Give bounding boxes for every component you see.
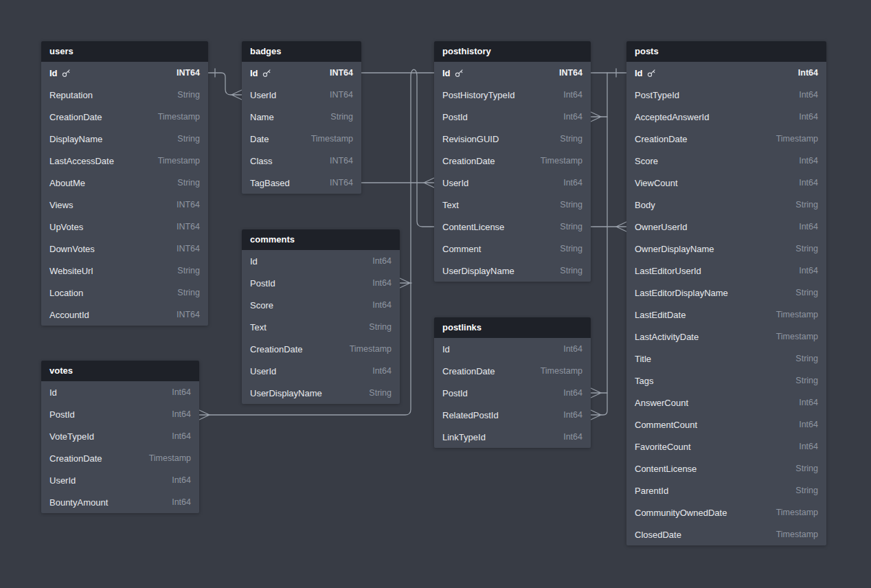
field-row-posts-OwnerDisplayName: OwnerDisplayNameString: [626, 238, 826, 260]
field-type: String: [330, 112, 353, 122]
field-row-posts-AcceptedAnswerId: AcceptedAnswerIdInt64: [626, 106, 826, 128]
field-row-posthistory-Id: IdINT64: [434, 62, 591, 84]
field-row-users-Reputation: ReputationString: [41, 84, 208, 106]
field-name: LastActivityDate: [635, 332, 699, 342]
field-type: Int64: [172, 387, 191, 397]
field-name: ClosedDate: [635, 530, 681, 540]
field-row-posthistory-UserId: UserIdInt64: [434, 172, 591, 194]
field-name: Class: [250, 156, 273, 166]
field-type: String: [177, 288, 200, 297]
field-type: Int64: [799, 178, 818, 188]
field-name: PostId: [442, 112, 468, 122]
table-header-comments[interactable]: comments: [242, 229, 400, 250]
table-postlinks[interactable]: postlinksIdInt64CreationDateTimestampPos…: [434, 317, 591, 448]
field-type: Timestamp: [158, 156, 200, 166]
field-name: UserId: [250, 90, 276, 100]
primary-key-icon: [455, 69, 464, 78]
field-row-comments-Text: TextString: [242, 316, 400, 338]
primary-key-icon: [62, 69, 71, 78]
field-type: Int64: [563, 388, 582, 398]
field-name: Body: [635, 200, 655, 210]
field-type: String: [795, 486, 818, 495]
field-name: Views: [49, 200, 73, 210]
field-name: Id: [49, 387, 57, 398]
field-type: INT64: [330, 68, 353, 78]
field-name: Name: [250, 112, 274, 122]
field-name: AboutMe: [49, 178, 85, 188]
field-name: RelatedPostId: [442, 410, 499, 420]
field-name: Title: [635, 354, 651, 364]
table-header-votes[interactable]: votes: [41, 361, 199, 381]
field-name: RevisionGUID: [442, 134, 499, 144]
field-type: Int64: [172, 497, 191, 507]
field-row-posts-ViewCount: ViewCountInt64: [626, 172, 826, 194]
field-type: String: [795, 244, 818, 253]
table-badges[interactable]: badgesIdINT64UserIdINT64NameStringDateTi…: [242, 41, 361, 194]
field-type: Int64: [372, 278, 392, 288]
field-type: String: [177, 134, 200, 144]
table-comments[interactable]: commentsIdInt64PostIdInt64ScoreInt64Text…: [242, 229, 400, 404]
field-name: LastEditorDisplayName: [635, 288, 728, 298]
field-name: PostId: [250, 278, 275, 289]
field-row-posthistory-CreationDate: CreationDateTimestamp: [434, 150, 591, 172]
field-name: LastEditDate: [635, 310, 686, 320]
field-type: String: [795, 288, 818, 297]
primary-key-icon: [647, 69, 656, 78]
field-type: String: [369, 388, 392, 398]
connector-posts-id-hub-to-posthistory-and-postlinks: [601, 73, 607, 415]
table-header-posts[interactable]: posts: [626, 41, 826, 62]
field-row-votes-VoteTypeId: VoteTypeIdInt64: [41, 425, 199, 447]
field-type: INT64: [177, 244, 200, 253]
field-row-votes-Id: IdInt64: [41, 381, 199, 403]
table-header-posthistory[interactable]: posthistory: [434, 41, 591, 62]
field-name: PostId: [442, 388, 468, 398]
field-name: CreationDate: [250, 344, 303, 354]
table-header-badges[interactable]: badges: [242, 41, 361, 62]
primary-key-icon: [262, 69, 271, 78]
table-header-users[interactable]: users: [41, 41, 208, 62]
table-posthistory[interactable]: posthistoryIdINT64PostHistoryTypeIdInt64…: [434, 41, 591, 282]
field-type: Timestamp: [776, 134, 818, 144]
field-type: Int64: [799, 222, 818, 231]
field-row-posts-OwnerUserId: OwnerUserIdInt64: [626, 216, 826, 238]
table-votes[interactable]: votesIdInt64PostIdInt64VoteTypeIdInt64Cr…: [41, 361, 199, 513]
field-row-users-LastAccessDate: LastAccessDateTimestamp: [41, 150, 208, 172]
field-type: Int64: [799, 266, 818, 275]
field-name: CommunityOwnedDate: [635, 508, 727, 518]
field-row-posts-FavoriteCount: FavoriteCountInt64: [626, 436, 826, 457]
field-row-posts-LastEditorUserId: LastEditorUserIdInt64: [626, 260, 826, 282]
field-type: Int64: [372, 300, 392, 310]
field-type: Int64: [172, 409, 191, 419]
field-type: Timestamp: [158, 112, 200, 122]
field-type: String: [795, 376, 818, 385]
field-row-badges-Id: IdINT64: [242, 62, 361, 84]
field-name: PostId: [49, 409, 75, 420]
field-name: CreationDate: [442, 156, 495, 166]
field-name: CreationDate: [635, 134, 688, 144]
field-name: Id: [250, 256, 258, 267]
field-type: Int64: [172, 475, 191, 485]
connector-votes-comments-hairpin-to-posts-owneruserid: [199, 410, 210, 420]
table-posts[interactable]: postsIdInt64PostTypeIdInt64AcceptedAnswe…: [626, 41, 826, 545]
field-name: Date: [250, 134, 269, 144]
field-type: INT64: [330, 178, 353, 188]
field-type: Int64: [799, 90, 818, 100]
field-row-posts-LastEditDate: LastEditDateTimestamp: [626, 304, 826, 326]
field-type: INT64: [330, 156, 353, 166]
field-row-comments-Id: IdInt64: [242, 250, 400, 272]
field-name: DisplayName: [49, 134, 102, 144]
field-row-comments-PostId: PostIdInt64: [242, 272, 400, 294]
field-name: BountyAmount: [49, 497, 108, 508]
field-row-posthistory-ContentLicense: ContentLicenseString: [434, 216, 591, 238]
table-header-postlinks[interactable]: postlinks: [434, 317, 591, 338]
field-name: DownVotes: [49, 244, 95, 254]
field-row-posts-LastActivityDate: LastActivityDateTimestamp: [626, 326, 826, 348]
table-users[interactable]: usersIdINT64ReputationStringCreationDate…: [41, 41, 208, 326]
diagram-canvas[interactable]: usersIdINT64ReputationStringCreationDate…: [0, 0, 871, 588]
field-row-users-AccountId: AccountIdINT64: [41, 304, 208, 326]
field-type: INT64: [177, 68, 200, 78]
field-type: Int64: [799, 442, 818, 451]
field-type: Int64: [799, 112, 818, 122]
connector-posts-id-hub-to-posthistory-and-postlinks: [591, 388, 601, 398]
field-type: Int64: [563, 432, 582, 442]
